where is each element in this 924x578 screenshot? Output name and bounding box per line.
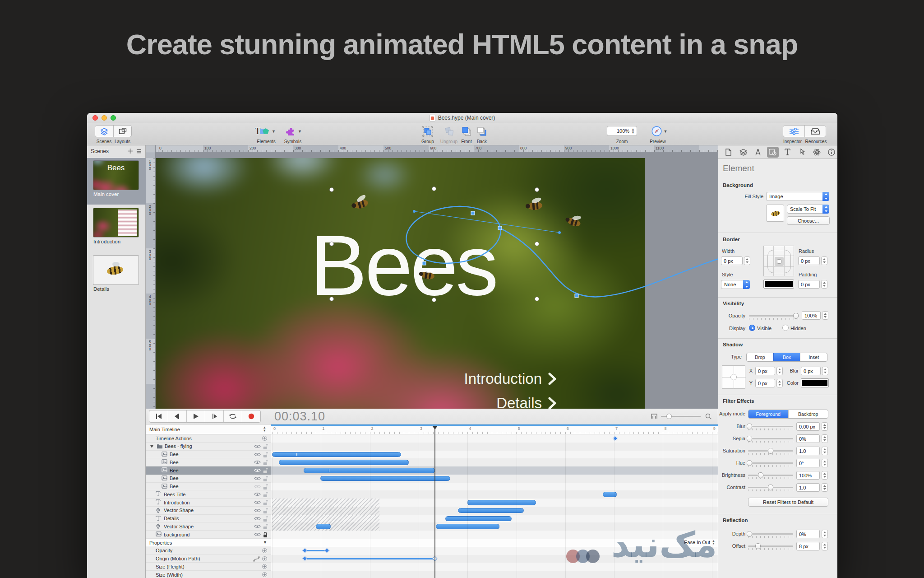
scene-item-details[interactable]: Details — [87, 253, 146, 299]
keyframe-diamond[interactable] — [302, 556, 307, 561]
playhead-marker[interactable] — [432, 426, 438, 429]
track-row[interactable] — [271, 466, 718, 475]
border-style-dropdown[interactable]: None — [721, 280, 750, 289]
inspector-tab-physics[interactable] — [811, 147, 823, 158]
filter-hue-stepper[interactable] — [822, 459, 828, 467]
keyframe-view-icon[interactable] — [651, 414, 657, 419]
visibility-eye-icon[interactable] — [254, 444, 261, 449]
timeline-row-bee[interactable]: Bee — [146, 458, 271, 466]
filter-brightness-value[interactable]: 100% — [796, 471, 820, 480]
shadow-x-input[interactable]: 0 px — [755, 367, 775, 375]
scene-menu-icon[interactable] — [136, 149, 142, 154]
filter-hue-slider[interactable] — [748, 462, 793, 464]
animation-bar[interactable] — [304, 468, 434, 473]
keyframe-diamond[interactable] — [613, 436, 618, 441]
visibility-eye-icon[interactable] — [254, 532, 261, 537]
shadow-x-stepper[interactable] — [776, 367, 783, 375]
lock-open-icon[interactable] — [263, 523, 268, 530]
track-row[interactable] — [271, 507, 718, 515]
front-button[interactable] — [459, 125, 474, 137]
border-padding-stepper[interactable] — [821, 280, 827, 289]
animation-bar[interactable] — [320, 476, 450, 481]
inspector-button[interactable] — [783, 126, 804, 137]
add-keyframe-icon[interactable] — [262, 564, 267, 569]
lock-closed-icon[interactable] — [263, 531, 268, 538]
animation-bar[interactable] — [445, 516, 511, 522]
add-keyframe-icon[interactable] — [262, 572, 267, 577]
display-visible-radio[interactable] — [749, 325, 755, 331]
timeline-row-bees-flying[interactable]: Bees - flying — [146, 443, 271, 451]
inspector-tab-document[interactable] — [723, 147, 735, 158]
zoom-select[interactable]: 100% ▲▼ — [607, 126, 637, 136]
inspector-tab-identity[interactable] — [826, 147, 837, 158]
ease-select[interactable]: Ease In Out▲▼ — [684, 540, 715, 545]
details-link[interactable]: Details — [367, 395, 556, 409]
visibility-eye-icon[interactable] — [254, 484, 261, 489]
shadow-y-stepper[interactable] — [776, 379, 783, 387]
timeline-row-size-height-[interactable]: Size (Height) — [146, 563, 271, 571]
opacity-value[interactable]: 100% — [802, 311, 821, 320]
timeline-row-size-width-[interactable]: Size (Width) — [146, 571, 271, 578]
shadow-y-input[interactable]: 0 px — [755, 379, 775, 387]
timeline-row-bee[interactable]: Bee — [146, 475, 271, 483]
close-button[interactable] — [92, 115, 98, 121]
add-keyframe-icon[interactable] — [262, 436, 267, 441]
track-row[interactable] — [271, 555, 718, 563]
timeline-row-vector-shape[interactable]: Vector Shape — [146, 507, 271, 515]
canvas-area[interactable]: Bees Introduction Details — [146, 145, 718, 409]
timeline-zoom-slider[interactable] — [661, 416, 701, 417]
slider-knob[interactable] — [747, 531, 752, 537]
visibility-eye-icon[interactable] — [254, 452, 261, 457]
shadow-type-box[interactable]: Box — [773, 353, 800, 361]
introduction-link[interactable]: Introduction — [367, 370, 556, 387]
visibility-eye-icon[interactable] — [254, 468, 261, 473]
reflection-offset-stepper[interactable] — [822, 542, 828, 550]
timeline-row-background[interactable]: background — [146, 531, 271, 539]
track-row[interactable] — [271, 483, 718, 491]
image-thumbnail[interactable] — [766, 205, 784, 222]
keyframe-diamond[interactable] — [302, 548, 307, 553]
choose-image-button[interactable]: Choose... — [787, 216, 830, 225]
reflection-depth-slider[interactable] — [748, 533, 793, 535]
filter-blur-value[interactable]: 0.00 px — [796, 422, 820, 431]
lock-open-icon[interactable] — [263, 475, 268, 482]
timeline-zoom-icon[interactable] — [705, 413, 712, 420]
zoom-window-button[interactable] — [111, 115, 116, 121]
track-row[interactable] — [271, 571, 718, 578]
animation-bar[interactable] — [458, 508, 524, 513]
border-padding-input[interactable]: 0 px — [798, 280, 820, 289]
border-color-swatch[interactable] — [763, 280, 794, 289]
filter-contrast-slider[interactable] — [748, 487, 793, 488]
filter-blur-slider[interactable] — [748, 426, 793, 427]
slider-knob[interactable] — [747, 436, 752, 442]
traffic-lights[interactable] — [92, 115, 116, 121]
track-row[interactable] — [271, 434, 718, 443]
lock-open-icon[interactable] — [263, 467, 268, 474]
scale-mode-dropdown[interactable]: Scale To Fit — [787, 205, 829, 214]
track-row[interactable] — [271, 458, 718, 466]
border-radius-input[interactable]: 0 px — [798, 256, 820, 265]
lock-open-icon[interactable] — [263, 443, 268, 450]
resources-button[interactable] — [804, 126, 826, 137]
scene-item-introduction[interactable]: Introduction — [87, 205, 146, 252]
filter-contrast-stepper[interactable] — [822, 483, 828, 492]
visibility-eye-icon[interactable] — [254, 476, 261, 481]
track-row[interactable] — [271, 547, 718, 555]
visibility-eye-icon[interactable] — [254, 460, 261, 465]
inspector-tab-actions[interactable] — [796, 147, 808, 158]
shadow-type-inset[interactable]: Inset — [800, 353, 827, 361]
border-radius-stepper[interactable] — [821, 256, 827, 265]
track-row[interactable] — [271, 499, 718, 507]
slider-knob[interactable] — [755, 543, 761, 549]
track-row[interactable] — [271, 522, 718, 531]
play-button[interactable] — [186, 410, 205, 422]
scene-background-image[interactable]: Bees Introduction Details — [156, 158, 645, 409]
track-row[interactable] — [271, 443, 718, 451]
animation-bar[interactable] — [272, 452, 401, 457]
bees-title-element[interactable]: Bees — [310, 216, 590, 314]
visibility-eye-icon[interactable] — [254, 508, 261, 513]
lock-open-icon[interactable] — [263, 459, 268, 466]
filter-sepia-slider[interactable] — [748, 438, 793, 439]
slider-knob[interactable] — [793, 313, 799, 319]
properties-header-row[interactable]: Properties▼ — [146, 539, 271, 547]
